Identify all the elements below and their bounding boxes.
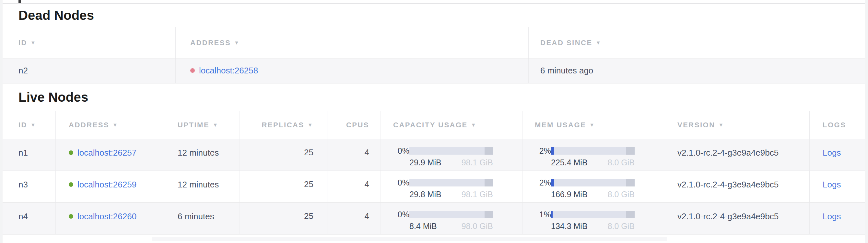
column-header-dead-since[interactable]: DEAD SINCE ▼ xyxy=(529,27,865,58)
dead-since-cell: 6 minutes ago xyxy=(529,59,865,83)
mem-percent: 2% xyxy=(535,178,551,187)
mem-used: 134.3 MiB xyxy=(551,221,588,231)
mem-total: 8.0 GiB xyxy=(608,190,634,199)
node-id-cell: n1 xyxy=(3,139,56,170)
column-header-replicas[interactable]: REPLICAS ▼ xyxy=(240,111,328,139)
sort-desc-icon: ▼ xyxy=(113,122,118,128)
version-cell: v2.1.0-rc.2-4-g3e9a4e9bc5 xyxy=(665,139,810,170)
column-header-version[interactable]: VERSION ▼ xyxy=(665,111,810,139)
address-link[interactable]: localhost:26260 xyxy=(78,211,136,221)
uptime-cell: 12 minutes xyxy=(165,171,240,202)
capacity-used: 29.8 MiB xyxy=(409,190,441,199)
capacity-bar xyxy=(409,179,493,187)
node-id-cell: n4 xyxy=(3,203,56,234)
column-header-id[interactable]: ID ▼ xyxy=(3,27,176,58)
live-node-row: n4 localhost:26260 6 minutes 25 4 0% xyxy=(3,203,865,235)
capacity-percent: 0% xyxy=(393,146,409,156)
column-header-capacity-usage[interactable]: CAPACITY USAGE ▼ xyxy=(381,111,523,139)
sort-desc-icon: ▼ xyxy=(719,122,724,128)
column-header-address[interactable]: ADDRESS ▼ xyxy=(56,111,165,139)
node-address-cell: localhost:26258 xyxy=(176,59,529,83)
logs-cell: Logs xyxy=(810,203,865,234)
mem-bar-fill xyxy=(551,211,553,218)
node-address-cell: localhost:26257 xyxy=(56,139,165,170)
capacity-used: 8.4 MiB xyxy=(409,221,437,231)
version-cell: v2.1.0-rc.2-4-g3e9a4e9bc5 xyxy=(665,203,810,234)
dead-nodes-section-header: Dead Nodes xyxy=(3,3,865,27)
column-header-uptime[interactable]: UPTIME ▼ xyxy=(165,111,240,139)
capacity-bar-end-cap xyxy=(485,211,493,218)
dead-node-row: n2 localhost:26258 6 minutes ago xyxy=(3,59,865,83)
dead-nodes-table-header: ID ▼ ADDRESS ▼ DEAD SINCE ▼ xyxy=(3,27,865,59)
cpus-cell: 4 xyxy=(328,139,381,170)
capacity-usage-cell: 0% 8.4 MiB 98.0 GiB xyxy=(381,203,523,234)
uptime-cell: 12 minutes xyxy=(165,139,240,170)
address-link[interactable]: localhost:26259 xyxy=(78,179,136,190)
replicas-cell: 25 xyxy=(240,203,328,234)
mem-bar-end-cap xyxy=(626,147,634,155)
sort-desc-icon: ▼ xyxy=(589,122,595,128)
capacity-usage-cell: 0% 29.9 MiB 98.1 GiB xyxy=(381,139,523,170)
mem-usage-cell: 1% 134.3 MiB 8.0 GiB xyxy=(523,203,665,234)
mem-usage-cell: 2% 225.4 MiB 8.0 GiB xyxy=(523,139,665,170)
column-header-address[interactable]: ADDRESS ▼ xyxy=(176,27,529,58)
logs-link[interactable]: Logs xyxy=(823,211,841,221)
capacity-percent: 0% xyxy=(393,210,409,219)
mem-bar-fill xyxy=(551,179,554,187)
node-address-cell: localhost:26260 xyxy=(56,203,165,234)
sort-desc-icon: ▼ xyxy=(30,40,36,46)
sort-desc-icon: ▼ xyxy=(234,40,240,46)
clipped-ui-fragment xyxy=(19,0,21,3)
mem-percent: 1% xyxy=(535,210,551,219)
capacity-usage-cell: 0% 29.8 MiB 98.1 GiB xyxy=(381,171,523,202)
mem-bar-end-cap xyxy=(626,211,634,218)
node-id-cell: n3 xyxy=(3,171,56,202)
node-address-cell: localhost:26259 xyxy=(56,171,165,202)
cpus-cell: 4 xyxy=(328,203,381,234)
capacity-bar xyxy=(409,147,493,155)
address-link[interactable]: localhost:26257 xyxy=(78,147,136,158)
live-nodes-title: Live Nodes xyxy=(19,90,88,105)
live-node-row: n3 localhost:26259 12 minutes 25 4 0% xyxy=(3,171,865,203)
mem-percent: 2% xyxy=(535,146,551,156)
live-node-row: n1 localhost:26257 12 minutes 25 4 0% xyxy=(3,139,865,171)
capacity-bar-end-cap xyxy=(485,147,493,155)
mem-bar-fill xyxy=(551,147,554,155)
mem-bar-end-cap xyxy=(626,179,634,187)
column-header-id[interactable]: ID ▼ xyxy=(3,111,56,139)
replicas-cell: 25 xyxy=(240,139,328,170)
sort-desc-icon: ▼ xyxy=(30,122,36,128)
clipped-next-section-fragment xyxy=(152,237,667,241)
sort-desc-icon: ▼ xyxy=(213,122,218,128)
mem-usage-cell: 2% 166.9 MiB 8.0 GiB xyxy=(523,171,665,202)
live-nodes-section-header: Live Nodes xyxy=(3,83,865,111)
dead-status-icon xyxy=(190,68,195,73)
mem-total: 8.0 GiB xyxy=(608,221,634,231)
logs-link[interactable]: Logs xyxy=(823,179,841,190)
dead-nodes-title: Dead Nodes xyxy=(19,8,94,23)
mem-used: 166.9 MiB xyxy=(551,190,588,199)
logs-link[interactable]: Logs xyxy=(823,147,841,158)
column-header-cpus[interactable]: CPUS xyxy=(328,111,381,139)
mem-bar xyxy=(551,179,634,187)
sort-desc-icon: ▼ xyxy=(471,122,477,128)
node-list-panel: Dead Nodes ID ▼ ADDRESS ▼ DEAD SINCE ▼ n… xyxy=(3,0,865,243)
node-id-cell: n2 xyxy=(3,59,176,83)
column-header-mem-usage[interactable]: MEM USAGE ▼ xyxy=(523,111,665,139)
capacity-total: 98.0 GiB xyxy=(462,221,493,231)
logs-cell: Logs xyxy=(810,139,865,170)
logs-cell: Logs xyxy=(810,171,865,202)
capacity-bar-end-cap xyxy=(485,179,493,187)
address-link[interactable]: localhost:26258 xyxy=(199,65,258,76)
capacity-bar xyxy=(409,211,493,218)
live-nodes-table-header: ID ▼ ADDRESS ▼ UPTIME ▼ REPLICAS ▼ CPUS … xyxy=(3,111,865,139)
sort-desc-icon: ▼ xyxy=(308,122,313,128)
capacity-total: 98.1 GiB xyxy=(462,190,493,199)
mem-used: 225.4 MiB xyxy=(551,158,588,167)
mem-bar xyxy=(551,211,634,218)
version-cell: v2.1.0-rc.2-4-g3e9a4e9bc5 xyxy=(665,171,810,202)
capacity-used: 29.9 MiB xyxy=(409,158,441,167)
uptime-cell: 6 minutes xyxy=(165,203,240,234)
live-status-icon xyxy=(69,182,73,187)
live-status-icon xyxy=(69,214,73,219)
